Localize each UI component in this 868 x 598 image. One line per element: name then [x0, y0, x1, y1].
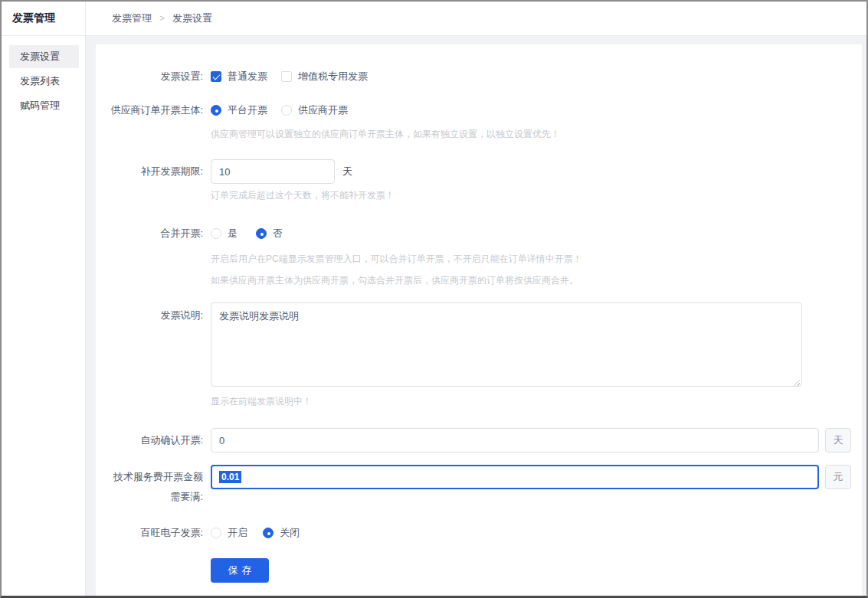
radio-unselected-icon[interactable] [211, 528, 221, 538]
tech-fee-unit-box: 元 [825, 465, 851, 489]
baiwang-label: 百旺电子发票: [96, 526, 211, 540]
row-invoice-note: 发票说明: 发票说明发票说明 [96, 302, 851, 390]
reissue-period-help: 订单完成后超过这个天数，将不能补开发票！ [211, 189, 851, 202]
row-supplier-subject: 供应商订单开票主体: 平台开票 供应商开票 [96, 103, 851, 117]
radio-platform-invoicing[interactable]: 平台开票 [211, 103, 267, 117]
radio-label: 关闭 [280, 526, 300, 540]
checkbox-label: 增值税专用发票 [298, 70, 368, 83]
tech-fee-label-line1: 技术服务费开票金额 [113, 465, 203, 489]
row-merge-invoice: 合并开票: 是 否 [96, 227, 851, 240]
checkbox-ordinary-invoice[interactable]: 普通发票 [211, 70, 267, 83]
body: 发票设置 发票列表 赋码管理 发票设置: 普通发票 增值税专用发票 [2, 36, 866, 596]
reissue-period-input[interactable] [211, 159, 335, 184]
checkbox-unchecked-icon[interactable] [281, 71, 292, 82]
radio-unselected-icon[interactable] [281, 105, 292, 116]
sidebar-item-invoice-list[interactable]: 发票列表 [9, 70, 79, 93]
breadcrumb: 发票管理 > 发票设置 [86, 2, 866, 35]
invoice-note-field: 发票说明发票说明 [211, 302, 802, 390]
radio-label: 是 [228, 227, 237, 240]
row-baiwang: 百旺电子发票: 开启 关闭 [96, 526, 851, 540]
radio-label: 平台开票 [228, 103, 267, 117]
breadcrumb-item-current: 发票设置 [172, 11, 212, 25]
invoice-setting-label: 发票设置: [96, 70, 211, 83]
row-tech-fee: 技术服务费开票金额 需要满: 0.01 元 [96, 465, 851, 505]
merge-invoice-help-1: 开启后用户在PC端显示发票管理入口，可以合并订单开票，不开启只能在订单详情中开票… [211, 253, 851, 266]
tech-fee-selected-value: 0.01 [219, 471, 241, 483]
radio-selected-icon[interactable] [263, 528, 274, 538]
radio-merge-no[interactable]: 否 [256, 227, 283, 240]
tech-fee-input[interactable]: 0.01 [211, 465, 819, 489]
sidebar: 发票设置 发票列表 赋码管理 [2, 36, 86, 596]
radio-merge-yes[interactable]: 是 [211, 227, 237, 240]
radio-baiwang-on[interactable]: 开启 [211, 526, 247, 540]
main-area: 发票设置: 普通发票 增值税专用发票 供应商订单开票主体: 平台 [86, 36, 866, 596]
checkbox-vat-invoice[interactable]: 增值税专用发票 [281, 70, 368, 83]
supplier-subject-help: 供应商管理可以设置独立的供应商订单开票主体，如果有独立设置，以独立设置优先！ [211, 128, 851, 141]
app-window: 发票管理 发票管理 > 发票设置 发票设置 发票列表 赋码管理 发票设置: 普通… [0, 0, 868, 598]
reissue-period-label: 补开发票期限: [96, 165, 211, 178]
reissue-period-unit: 天 [342, 165, 352, 178]
row-save: 保存 [96, 558, 851, 583]
tech-fee-label: 技术服务费开票金额 需要满: [96, 465, 211, 505]
breadcrumb-separator-icon: > [159, 13, 165, 24]
row-invoice-setting: 发票设置: 普通发票 增值税专用发票 [96, 70, 851, 83]
row-reissue-period: 补开发票期限: 天 [96, 159, 851, 184]
radio-label: 供应商开票 [298, 103, 348, 117]
invoice-note-textarea[interactable]: 发票说明发票说明 [211, 302, 802, 387]
radio-unselected-icon[interactable] [211, 228, 221, 239]
supplier-subject-label: 供应商订单开票主体: [96, 103, 211, 117]
radio-selected-icon[interactable] [256, 228, 267, 239]
settings-card: 发票设置: 普通发票 增值税专用发票 供应商订单开票主体: 平台 [96, 44, 862, 596]
page-title: 发票管理 [2, 2, 86, 35]
tech-fee-label-line2: 需要满: [170, 489, 203, 505]
save-button[interactable]: 保存 [211, 558, 269, 583]
sidebar-item-invoice-settings[interactable]: 发票设置 [9, 45, 79, 68]
auto-confirm-unit-box: 天 [825, 428, 851, 453]
invoice-note-label: 发票说明: [96, 302, 211, 322]
breadcrumb-item-root[interactable]: 发票管理 [112, 11, 152, 25]
radio-label: 开启 [228, 526, 247, 540]
radio-selected-icon[interactable] [211, 105, 221, 116]
auto-confirm-input[interactable] [211, 428, 819, 453]
auto-confirm-label: 自动确认开票: [96, 433, 211, 447]
merge-invoice-label: 合并开票: [96, 227, 211, 240]
checkbox-label: 普通发票 [228, 70, 267, 83]
radio-baiwang-off[interactable]: 关闭 [263, 526, 300, 540]
header: 发票管理 发票管理 > 发票设置 [2, 2, 866, 36]
sidebar-item-code-management[interactable]: 赋码管理 [9, 94, 79, 117]
invoice-note-help: 显示在前端发票说明中！ [211, 395, 851, 408]
row-auto-confirm: 自动确认开票: 天 [96, 428, 851, 453]
radio-label: 否 [273, 227, 283, 240]
radio-supplier-invoicing[interactable]: 供应商开票 [281, 103, 348, 117]
merge-invoice-help-2: 如果供应商开票主体为供应商开票，勾选合并开票后，供应商开票的订单将按供应商合并。 [211, 274, 851, 287]
checkbox-checked-icon[interactable] [211, 71, 221, 82]
